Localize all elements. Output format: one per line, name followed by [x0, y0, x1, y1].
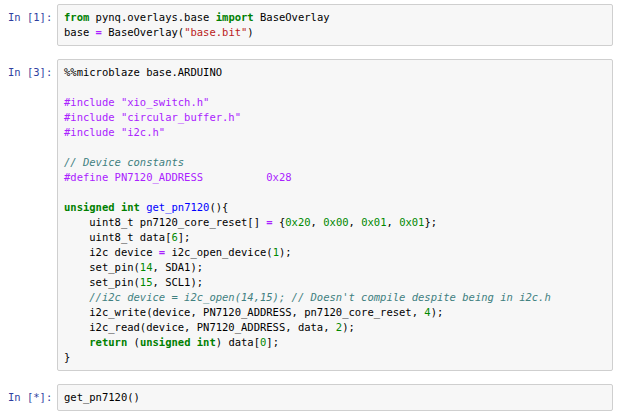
code-token: ,	[349, 216, 362, 228]
code-token: import	[216, 11, 254, 23]
code-token: from	[64, 11, 89, 23]
code-token: i2c_read(device, PN7120_ADDRESS, data,	[64, 321, 336, 333]
code-token: (	[127, 336, 140, 348]
code-token: #include "xio_switch.h"	[64, 96, 209, 108]
code-token: }	[64, 351, 70, 363]
code-line: from pynq.overlays.base import BaseOverl…	[64, 10, 606, 25]
notebook-cell: In [1]: from pynq.overlays.base import B…	[0, 4, 613, 46]
code-token: ];	[178, 231, 191, 243]
code-token: i2c_open_device(	[165, 246, 272, 258]
code-line: //i2c device = i2c_open(14,15); // Doesn…	[64, 290, 606, 305]
cell-code-editor[interactable]: from pynq.overlays.base import BaseOverl…	[57, 4, 613, 46]
code-token: set_pin(	[64, 276, 140, 288]
code-line: // Device constants	[64, 155, 606, 170]
code-token: "base.bit"	[184, 26, 247, 38]
code-token: (){	[209, 201, 228, 213]
cell-code-editor[interactable]: %%microblaze base.ARDUINO#include "xio_s…	[57, 59, 613, 371]
code-token: #include "circular_buffer.h"	[64, 111, 241, 123]
code-line: i2c device = i2c_open_device(1);	[64, 245, 606, 260]
code-line: uint8_t pn7120_core_reset[] = {0x20, 0x0…	[64, 215, 606, 230]
code-token: unsigned	[64, 201, 115, 213]
cell-input-prompt: In [1]:	[0, 4, 57, 25]
code-token: 0x01	[399, 216, 424, 228]
code-line: unsigned int get_pn7120(){	[64, 200, 606, 215]
code-line: #include "xio_switch.h"	[64, 95, 606, 110]
notebook: In [1]: from pynq.overlays.base import B…	[0, 0, 620, 412]
code-token: unsigned	[140, 336, 191, 348]
code-line: base = BaseOverlay("base.bit")	[64, 25, 606, 40]
code-token: get_pn7120	[146, 201, 209, 213]
code-line: return (unsigned int) data[0];	[64, 335, 606, 350]
code-token: );	[342, 321, 355, 333]
code-line: #define PN7120_ADDRESS 0x28	[64, 170, 606, 185]
code-token: 14	[140, 261, 153, 273]
code-token: get_pn7120()	[64, 391, 140, 403]
code-token: 0x20	[285, 216, 310, 228]
code-token: //i2c device = i2c_open(14,15); // Doesn…	[64, 291, 551, 303]
code-line: get_pn7120()	[64, 390, 606, 405]
code-token: 0x00	[323, 216, 348, 228]
code-line: set_pin(15, SCL1);	[64, 275, 606, 290]
code-token: BaseOverlay	[254, 11, 330, 23]
cell-code-editor[interactable]: get_pn7120()	[57, 384, 613, 411]
code-token: );	[279, 246, 292, 258]
code-token: // Device constants	[64, 156, 184, 168]
code-line: %%microblaze base.ARDUINO	[64, 65, 606, 80]
code-token: set_pin(	[64, 261, 140, 273]
code-token: i2c device	[64, 246, 159, 258]
code-token	[64, 336, 89, 348]
code-token: int	[197, 336, 216, 348]
code-line	[64, 185, 606, 200]
code-token: 0x01	[361, 216, 386, 228]
code-token: base	[64, 26, 96, 38]
code-token: 15	[140, 276, 153, 288]
code-token: ];	[266, 336, 279, 348]
code-token: , SDA1);	[153, 261, 204, 273]
code-token: #include "i2c.h"	[64, 126, 165, 138]
code-token: BaseOverlay(	[102, 26, 184, 38]
code-line	[64, 80, 606, 95]
code-line: i2c_read(device, PN7120_ADDRESS, data, 2…	[64, 320, 606, 335]
code-line	[64, 140, 606, 155]
code-token: {	[273, 216, 286, 228]
code-token: };	[424, 216, 437, 228]
code-line: uint8_t data[6];	[64, 230, 606, 245]
code-line: #include "circular_buffer.h"	[64, 110, 606, 125]
notebook-cell: In [*]: get_pn7120()	[0, 384, 613, 411]
cell-input-prompt: In [3]:	[0, 59, 57, 80]
code-token: )	[247, 26, 253, 38]
code-token: i2c_write(device, PN7120_ADDRESS, pn7120…	[64, 306, 424, 318]
code-token: pynq.overlays.base	[89, 11, 215, 23]
code-token: );	[431, 306, 444, 318]
code-token: #define PN7120_ADDRESS 0x28	[64, 171, 292, 183]
cell-input-prompt: In [*]:	[0, 384, 57, 405]
code-token: ) data[	[216, 336, 260, 348]
code-token: uint8_t data[	[64, 231, 171, 243]
code-line: }	[64, 350, 606, 365]
notebook-cell: In [3]: %%microblaze base.ARDUINO#includ…	[0, 59, 613, 371]
code-line: set_pin(14, SDA1);	[64, 260, 606, 275]
code-token: ,	[311, 216, 324, 228]
code-token: , SCL1);	[153, 276, 204, 288]
code-token: int	[121, 201, 140, 213]
code-line: i2c_write(device, PN7120_ADDRESS, pn7120…	[64, 305, 606, 320]
code-line: #include "i2c.h"	[64, 125, 606, 140]
code-token: return	[89, 336, 127, 348]
code-token: %%microblaze base.ARDUINO	[64, 66, 222, 78]
code-token: uint8_t pn7120_core_reset[]	[64, 216, 266, 228]
code-token: ,	[386, 216, 399, 228]
